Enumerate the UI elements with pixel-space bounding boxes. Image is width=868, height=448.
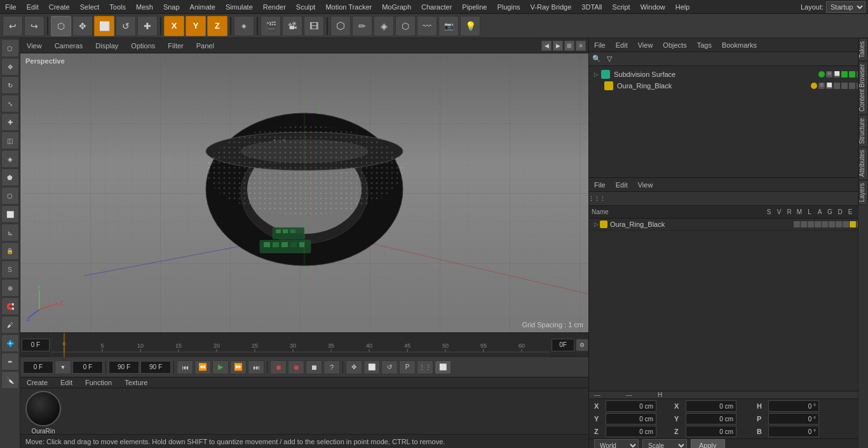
attr-ctrl-9[interactable] [850, 221, 856, 227]
transform-tool-button[interactable]: ✚ [137, 16, 158, 36]
menu-render[interactable]: Render [258, 2, 291, 12]
menu-character[interactable]: Character [416, 2, 457, 12]
playback-ref-input[interactable] [72, 361, 103, 374]
attr-ctrl-1[interactable] [794, 221, 800, 227]
render-region-button[interactable]: 🎬 [261, 16, 281, 36]
side-tab-structure[interactable]: Structure [858, 115, 868, 147]
timeline-settings-btn[interactable]: ⚙ [576, 339, 588, 351]
tool-select[interactable]: ⬡ [1, 39, 19, 57]
playback-go-end[interactable]: ⏭ [248, 360, 264, 374]
obj-row-ring[interactable]: Oura_Ring_Black ☰ ⬜ ⋯ [592, 80, 865, 92]
obj-row-subdivision[interactable]: ▷ Subdivision Surface ☰ ⬜ ⋯ [592, 69, 865, 80]
vp-btn-arrow-left[interactable]: ◀ [541, 41, 552, 51]
attr-icon1[interactable]: ⋮⋮⋮ [592, 194, 602, 204]
y-axis-button[interactable]: Y [186, 16, 206, 36]
attr-ctrl-7[interactable] [836, 221, 842, 227]
playback-play[interactable]: ▶ [212, 360, 229, 374]
attr-ctrl-6[interactable] [829, 221, 835, 227]
spline-button[interactable]: 〰 [417, 16, 437, 36]
menu-script[interactable]: Script [607, 2, 635, 12]
coord-apply-button[interactable]: Apply [691, 439, 725, 448]
vp-btn-grid[interactable]: ⊞ [564, 41, 574, 51]
obj-tab-file[interactable]: File [589, 40, 611, 50]
ring-ctrl-dot2[interactable]: ⬜ [826, 83, 832, 89]
tool-8[interactable]: ⬡ [1, 187, 19, 205]
render-button[interactable]: 🎞 [304, 16, 324, 36]
tool-brush[interactable]: ⊕ [1, 279, 19, 297]
menu-help[interactable]: Help [670, 2, 695, 12]
playback-record-motion[interactable]: ⏺ [288, 360, 304, 374]
attr-ctrl-4[interactable] [815, 221, 821, 227]
tool-scale[interactable]: ⤡ [1, 95, 19, 112]
menu-simulate[interactable]: Simulate [220, 2, 258, 12]
x-axis-button[interactable]: X [164, 16, 184, 36]
playback-end-input2[interactable] [140, 361, 171, 374]
tool-knife[interactable]: 🔪 [1, 371, 19, 389]
menu-pipeline[interactable]: Pipeline [457, 2, 492, 12]
coord-y-pos[interactable] [606, 413, 656, 424]
undo-button[interactable]: ↩ [3, 16, 23, 36]
layout-select[interactable]: Startup [826, 1, 865, 13]
coord-b-val[interactable] [768, 426, 819, 437]
subdiv-ctrl-dot1[interactable]: ☰ [826, 71, 832, 78]
current-frame-input[interactable] [22, 339, 50, 351]
ring-ctrl-dot5[interactable] [849, 83, 855, 89]
obj-tab-objects[interactable]: Objects [658, 40, 691, 50]
playback-p-tool[interactable]: P [399, 360, 416, 374]
attr-ctrl-5[interactable] [822, 221, 828, 227]
attr-tab-file[interactable]: File [589, 180, 611, 190]
rotate-tool-button[interactable]: ↺ [116, 16, 136, 36]
mat-tab-function[interactable]: Function [81, 377, 116, 388]
vp-btn-menu[interactable]: ≡ [576, 41, 586, 51]
obj-search-icon[interactable]: 🔍 [592, 54, 602, 64]
redo-button[interactable]: ↪ [24, 16, 44, 36]
tool-5[interactable]: ◫ [1, 132, 19, 149]
playback-prev-frame[interactable]: ⏪ [194, 360, 211, 374]
menu-select[interactable]: Select [75, 2, 105, 12]
tool-rotate[interactable]: ↻ [1, 76, 19, 94]
attr-ctrl-3[interactable] [808, 221, 814, 227]
coord-z-pos[interactable] [606, 426, 656, 437]
subdiv-ctrl-dot2[interactable]: ⬜ [834, 71, 840, 78]
playback-go-start[interactable]: ⏮ [177, 360, 193, 374]
render-active-button[interactable]: 📽 [282, 16, 302, 36]
vp-tab-panel[interactable]: Panel [193, 41, 218, 51]
obj-tab-tags[interactable]: Tags [692, 40, 717, 50]
object-mode-button[interactable]: ◈ [234, 16, 254, 36]
tool-10[interactable]: ⊾ [1, 224, 19, 241]
side-tab-takes[interactable]: Takes [858, 38, 868, 61]
vp-btn-arrow-right[interactable]: ▶ [553, 41, 563, 51]
menu-motion-tracker[interactable]: Motion Tracker [320, 2, 377, 12]
ring-ctrl-yellow[interactable] [811, 83, 817, 89]
coord-scale-select[interactable]: Scale [642, 439, 687, 448]
side-tab-layers[interactable]: Layers [858, 180, 868, 205]
attr-tab-view[interactable]: View [633, 180, 658, 190]
deform-button[interactable]: ⬡ [395, 16, 416, 36]
camera-button[interactable]: 📷 [438, 16, 459, 36]
menu-vray[interactable]: V-Ray Bridge [526, 2, 577, 12]
tool-9[interactable]: ⬜ [1, 205, 19, 223]
vp-tab-filter[interactable]: Filter [164, 41, 187, 51]
side-tab-content-browser[interactable]: Content Browser [858, 61, 868, 114]
vp-tab-display[interactable]: Display [92, 41, 122, 51]
light-button[interactable]: 💡 [460, 16, 480, 36]
side-tab-attributes[interactable]: Attributes [858, 147, 868, 180]
pen-button[interactable]: ✏ [352, 16, 372, 36]
timeline-ruler[interactable]: 0 5 10 15 20 25 30 35 [51, 333, 550, 357]
tool-move[interactable]: ✥ [1, 58, 19, 76]
playback-end-btn[interactable]: ⬜ [435, 360, 451, 374]
tool-magnet[interactable]: 🧲 [1, 297, 19, 315]
vp-tab-options[interactable]: Options [127, 41, 159, 51]
ring-ctrl-dot4[interactable] [841, 83, 848, 89]
obj-tab-bookmarks[interactable]: Bookmarks [717, 40, 762, 50]
playback-dots-tool[interactable]: ⋮⋮ [417, 360, 433, 374]
mat-tab-edit[interactable]: Edit [57, 377, 76, 388]
attr-ctrl-8[interactable] [843, 221, 849, 227]
material-thumbnail[interactable] [25, 391, 61, 426]
tool-paint[interactable]: 🖌 [1, 316, 19, 334]
tool-spline-pen[interactable]: ✒ [1, 353, 19, 370]
select-tool-button[interactable]: ⬡ [51, 16, 71, 36]
tool-transform[interactable]: ✚ [1, 113, 19, 131]
playback-stop[interactable]: ⏹ [306, 360, 322, 374]
menu-snap[interactable]: Snap [158, 2, 185, 12]
